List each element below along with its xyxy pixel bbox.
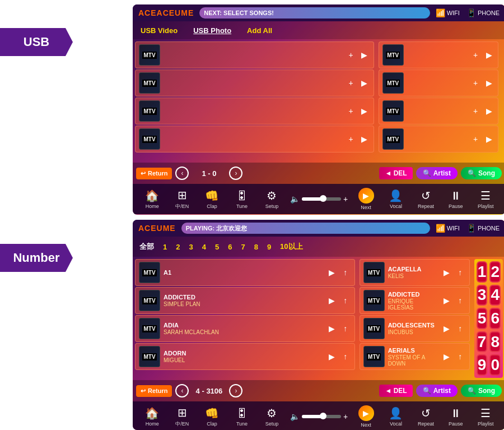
tab-8[interactable]: 8: [252, 242, 260, 252]
play-btn[interactable]: ▶: [359, 107, 370, 115]
play-btn[interactable]: ▶: [326, 268, 338, 277]
add-btn[interactable]: ↑: [340, 324, 351, 333]
play-btn[interactable]: ▶: [359, 50, 370, 59]
play-btn[interactable]: ▶: [326, 352, 338, 361]
return2-button[interactable]: ↩ Return: [136, 385, 172, 397]
add-btn[interactable]: +: [470, 78, 481, 87]
tab-add-all[interactable]: Add All: [245, 25, 274, 36]
add-btn[interactable]: +: [470, 50, 481, 59]
toolbar-home[interactable]: 🏠 Home: [141, 189, 164, 209]
toolbar-ch-en[interactable]: ⊞ 中/EN: [170, 188, 194, 210]
add-btn[interactable]: +: [470, 135, 481, 144]
add-btn[interactable]: +: [346, 107, 357, 115]
del-button[interactable]: ◄ DEL: [379, 167, 412, 179]
tab-all[interactable]: 全部: [137, 241, 156, 253]
tab-7[interactable]: 7: [239, 242, 247, 252]
del2-button[interactable]: ◄ DEL: [379, 385, 412, 397]
toolbar2-ch-en[interactable]: ⊞ 中/EN: [170, 406, 194, 428]
add-btn[interactable]: ↑: [455, 268, 466, 277]
toolbar2-pause[interactable]: ⏸ Pause: [444, 407, 468, 427]
toolbar-playlist[interactable]: ☰ Playlist: [474, 189, 497, 209]
artist-search-button[interactable]: 🔍 Artist: [416, 167, 458, 179]
return-button[interactable]: ↩ Return: [136, 168, 172, 179]
toolbar2-repeat[interactable]: ↺ Repeat: [414, 406, 437, 427]
toolbar-setup[interactable]: ⚙ Setup: [260, 189, 283, 209]
play-btn[interactable]: ▶: [483, 107, 494, 115]
phone-icon: 📱 PHONE: [466, 8, 500, 17]
play-btn[interactable]: ▶: [441, 352, 452, 361]
play-btn[interactable]: ▶: [441, 268, 452, 277]
tab-10plus[interactable]: 10以上: [278, 241, 305, 253]
toolbar-clap[interactable]: 👊 Clap: [200, 189, 224, 209]
num-btn-7[interactable]: 7: [477, 331, 488, 353]
tab-usb-photo[interactable]: USB Photo: [191, 25, 234, 36]
song-row: MTV + ▶: [379, 41, 498, 68]
song-artist: ENRIQUE IGLESIAS: [388, 298, 438, 311]
volume2-slider[interactable]: 🔈 +: [290, 412, 348, 421]
add-btn[interactable]: +: [346, 135, 357, 144]
toolbar-volume[interactable]: 🔈 +: [290, 195, 348, 204]
volume-icon: 🔈: [290, 195, 300, 204]
toolbar2-tune[interactable]: 🎛 Tune: [230, 407, 254, 427]
add-btn[interactable]: ↑: [455, 352, 466, 361]
toolbar-next[interactable]: ▶ Next: [354, 188, 378, 210]
tab-2[interactable]: 2: [174, 242, 182, 252]
play-btn[interactable]: ▶: [483, 78, 494, 87]
volume2-icon: 🔈: [290, 412, 300, 421]
toolbar-vocal[interactable]: 👤 Vocal: [384, 189, 408, 209]
toolbar2-volume[interactable]: 🔈 +: [290, 412, 348, 421]
num-btn-2[interactable]: 2: [489, 261, 501, 283]
next-page2-button[interactable]: ›: [229, 384, 242, 397]
ch-en-icon: ⊞: [178, 188, 187, 202]
num-btn-4[interactable]: 4: [489, 285, 501, 306]
artist2-search-button[interactable]: 🔍 Artist: [416, 385, 458, 397]
add-btn[interactable]: ↑: [455, 324, 466, 333]
toolbar2-playlist[interactable]: ☰ Playlist: [474, 406, 497, 427]
add-btn[interactable]: ↑: [340, 268, 351, 277]
song-thumb: MTV: [139, 44, 160, 66]
tab-6[interactable]: 6: [226, 242, 234, 252]
add-btn[interactable]: ↑: [340, 352, 351, 361]
toolbar2-vocal[interactable]: 👤 Vocal: [384, 406, 408, 427]
play-btn[interactable]: ▶: [483, 50, 494, 59]
play-btn[interactable]: ▶: [441, 296, 452, 305]
volume-slider[interactable]: 🔈 +: [290, 195, 348, 204]
toolbar-pause[interactable]: ⏸ Pause: [444, 189, 468, 209]
toolbar-tune[interactable]: 🎛 Tune: [230, 189, 254, 209]
num-btn-0[interactable]: 0: [489, 354, 501, 376]
add-btn[interactable]: ↑: [455, 296, 466, 305]
num-btn-5[interactable]: 5: [477, 308, 488, 329]
num-btn-3[interactable]: 3: [477, 285, 488, 306]
add-btn[interactable]: +: [470, 107, 481, 115]
play-btn[interactable]: ▶: [483, 135, 494, 144]
play-btn[interactable]: ▶: [326, 324, 338, 333]
num-btn-9[interactable]: 9: [477, 354, 488, 376]
song2-search-button[interactable]: 🔍 Song: [461, 385, 502, 397]
tab-usb-video[interactable]: USB Video: [138, 25, 180, 36]
play-btn[interactable]: ▶: [326, 296, 338, 305]
toolbar2-home[interactable]: 🏠 Home: [141, 406, 164, 427]
tab-1[interactable]: 1: [161, 242, 169, 252]
toolbar2-next[interactable]: ▶ Next: [354, 405, 378, 428]
prev-page2-button[interactable]: ‹: [175, 384, 189, 397]
prev-page-button[interactable]: ‹: [175, 167, 189, 180]
add-btn[interactable]: +: [346, 78, 357, 87]
toolbar-repeat[interactable]: ↺ Repeat: [414, 189, 437, 209]
tab-5[interactable]: 5: [213, 242, 221, 252]
add-btn[interactable]: +: [346, 50, 357, 59]
play-btn[interactable]: ▶: [359, 78, 370, 87]
toolbar2-clap[interactable]: 👊 Clap: [200, 406, 224, 427]
num-btn-1[interactable]: 1: [477, 261, 488, 283]
home-icon: 🏠: [145, 189, 159, 202]
num-btn-8[interactable]: 8: [489, 331, 501, 353]
song-search-button[interactable]: 🔍 Song: [461, 167, 502, 179]
next-page-button[interactable]: ›: [229, 167, 242, 180]
play-btn[interactable]: ▶: [441, 324, 452, 333]
tab-4[interactable]: 4: [200, 242, 208, 252]
tab-3[interactable]: 3: [186, 242, 195, 252]
add-btn[interactable]: ↑: [340, 296, 351, 305]
tab-9[interactable]: 9: [265, 242, 273, 252]
toolbar2-setup[interactable]: ⚙ Setup: [260, 406, 283, 427]
play-btn[interactable]: ▶: [359, 135, 370, 144]
num-btn-6[interactable]: 6: [489, 308, 501, 329]
